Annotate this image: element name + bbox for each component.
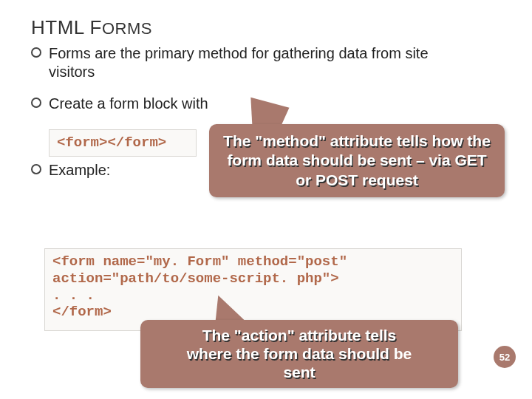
title-main: HTML F xyxy=(31,16,102,38)
code-line: . . . xyxy=(52,287,454,304)
code-line: action="path/to/some-script. php"> xyxy=(52,270,454,287)
callout-action: The "action" attribute tells where the f… xyxy=(140,320,458,388)
callout-text: The "method" attribute tells how the for… xyxy=(223,132,491,188)
bullet-item: Forms are the primary method for gatheri… xyxy=(31,44,463,81)
bullet-item: Example: xyxy=(31,161,110,180)
callout-method: The "method" attribute tells how the for… xyxy=(209,124,505,197)
title-rest: ORMS xyxy=(102,19,152,38)
callout-line: sent xyxy=(148,363,451,381)
code-text: <form></form> xyxy=(57,134,166,151)
page-number: 52 xyxy=(499,352,510,363)
bullet-text: Create a form block with xyxy=(49,95,208,113)
bullet-icon xyxy=(31,98,41,108)
callout-line: where the form data should be xyxy=(148,344,451,363)
bullet-item: Create a form block with xyxy=(31,95,208,113)
code-line: <form name="my. Form" method="post" xyxy=(52,253,454,270)
callout-line: The "action" attribute tells xyxy=(148,326,451,344)
bullet-icon xyxy=(31,164,41,174)
code-line: </form> xyxy=(52,304,454,321)
code-snippet-form-example: <form name="my. Form" method="post" acti… xyxy=(44,248,462,331)
callout-fragment: where the form data should xyxy=(187,345,394,362)
code-snippet-form-tag: <form></form> xyxy=(49,129,197,157)
bullet-icon xyxy=(31,47,41,58)
bullet-text: Example: xyxy=(49,161,110,180)
slide-title: HTML FORMS xyxy=(31,16,152,39)
page-number-badge: 52 xyxy=(494,346,516,368)
bullet-text: Forms are the primary method for gatheri… xyxy=(49,44,463,81)
callout-fragment: be xyxy=(394,345,412,362)
